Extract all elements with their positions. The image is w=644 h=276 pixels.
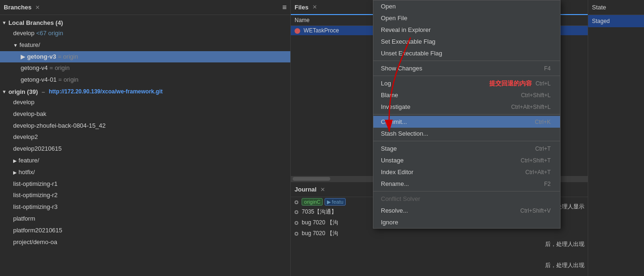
ctx-investigate[interactable]: Investigate Ctrl+Alt+Shift+L [373, 101, 560, 113]
branches-panel: Branches ✕ ≡ ▼ Local Branches (4) develo… [0, 0, 291, 276]
commit-dot-icon [295, 221, 298, 225]
ctx-index-editor-label: Index Editor [381, 169, 413, 176]
far-right-text-3: 后，处理人出现 [544, 261, 585, 270]
ctx-show-changes[interactable]: Show Changes F4 [373, 62, 560, 74]
ctx-set-exec-label: Set Executable Flag [381, 38, 435, 45]
branch-item-origin-develop2[interactable]: develop2 [0, 131, 290, 143]
branch-tree: ▼ Local Branches (4) develop <67 origin … [0, 15, 290, 276]
ctx-stash[interactable]: Stash Selection... [373, 128, 560, 139]
branch-item-develop[interactable]: develop <67 origin [0, 28, 290, 39]
getong-v3-label: getong-v3 [27, 53, 56, 60]
getong-v4-01-suffix: = origin [58, 76, 78, 83]
branch-item-getong-v3[interactable]: ▶ getong-v3 = origin [0, 51, 290, 63]
ctx-reveal-explorer[interactable]: Reveal in Explorer [373, 24, 560, 36]
ctx-commit[interactable]: Commit... Ctrl+K [373, 116, 560, 128]
ctx-blame-label: Blame [381, 92, 398, 99]
ctx-stash-label: Stash Selection... [381, 130, 428, 137]
branches-title: Branches [4, 4, 31, 11]
develop-suffix: <67 origin [36, 30, 63, 37]
ctx-stage-shortcut: Ctrl+T [535, 146, 551, 152]
ctx-open-file[interactable]: Open File [373, 12, 560, 24]
ctx-index-editor-shortcut: Ctrl+Alt+T [525, 169, 551, 176]
annotation-text: 提交回退的内容 [489, 79, 532, 88]
commit-dot-icon [295, 232, 298, 236]
branch-item-getong-v4[interactable]: getong-v4 = origin [0, 62, 290, 74]
journal-close-icon[interactable]: ✕ [320, 186, 325, 193]
getong-v4-suffix: = origin [49, 64, 69, 71]
ctx-index-editor[interactable]: Index Editor Ctrl+Alt+T [373, 166, 560, 178]
ctx-open[interactable]: Open [373, 0, 560, 12]
ctx-separator-2 [373, 76, 560, 76]
ctx-log[interactable]: Log 提交回退的内容 Ctrl+L [373, 77, 560, 89]
ctx-stage[interactable]: Stage Ctrl+T [373, 143, 560, 154]
branches-close-icon[interactable]: ✕ [35, 4, 40, 11]
branch-item-list-r1[interactable]: list-optimizing-r1 [0, 178, 290, 190]
ctx-rename[interactable]: Rename... F2 [373, 178, 560, 190]
origin-expand-icon: ▼ [2, 89, 7, 94]
branch-item-origin-develop-bak[interactable]: develop-bak [0, 108, 290, 120]
origin-branches-header[interactable]: ▼ origin (39) – http://172.20.90.139/xco… [0, 87, 290, 97]
ctx-unstage-label: Unstage [381, 157, 403, 164]
journal-title: Journal [295, 186, 317, 193]
branches-header: Branches ✕ ≡ [0, 0, 290, 15]
ctx-commit-label: Commit... [381, 118, 407, 125]
ctx-separator-4 [373, 141, 560, 141]
ctx-separator-5 [373, 191, 560, 192]
scroll-handle[interactable] [293, 177, 330, 181]
branch-item-getong-v4-01[interactable]: getong-v4-01 = origin [0, 74, 290, 86]
feature-expand-icon: ▼ [13, 42, 18, 49]
branch-item-feature-folder[interactable]: ▼ feature/ [0, 39, 290, 51]
files-close-icon[interactable]: ✕ [312, 4, 317, 10]
state-panel: State Staged [588, 0, 644, 276]
branch-item-origin-develop20210615[interactable]: develop20210615 [0, 143, 290, 155]
ctx-unstage[interactable]: Unstage Ctrl+Shift+T [373, 154, 560, 166]
branch-item-origin-develop-zhoufei[interactable]: develop-zhoufei-back-0804-15_42 [0, 120, 290, 132]
ctx-separator-3 [373, 114, 560, 115]
branch-item-origin-feature[interactable]: ▶ feature/ [0, 155, 290, 167]
ctx-unset-exec-label: Unset Executable Flag [381, 50, 442, 57]
ctx-unset-exec[interactable]: Unset Executable Flag [373, 47, 560, 59]
files-title: Files [295, 4, 309, 11]
state-value: Staged [588, 15, 644, 27]
local-branches-section: ▼ Local Branches (4) develop <67 origin … [0, 18, 290, 86]
ctx-blame-shortcut: Ctrl+Shift+L [521, 92, 551, 99]
origin-feature-icon: ▶ [13, 157, 17, 165]
branch-item-list-r2[interactable]: list-optimizing-r2 [0, 190, 290, 201]
ctx-set-exec[interactable]: Set Executable Flag [373, 36, 560, 47]
ctx-conflict-solver: Conflict Solver [373, 193, 560, 205]
state-header: State [588, 0, 644, 15]
branch-item-platform20210615[interactable]: platform20210615 [0, 225, 290, 237]
file-name: WETaskProce [303, 27, 339, 34]
ctx-rename-label: Rename... [381, 180, 409, 187]
ctx-ignore[interactable]: Ignore [373, 216, 560, 228]
ctx-investigate-shortcut: Ctrl+Alt+Shift+L [511, 104, 551, 110]
far-right-text-2: 后，处理人出现 [544, 239, 585, 249]
branch-item-list-r3[interactable]: list-optimizing-r3 [0, 201, 290, 213]
ctx-commit-shortcut: Ctrl+K [535, 119, 551, 125]
local-branches-header[interactable]: ▼ Local Branches (4) [0, 18, 290, 28]
local-branches-label: Local Branches (4) [8, 19, 63, 26]
ctx-blame[interactable]: Blame Ctrl+Shift+L [373, 89, 560, 101]
getong-v3-suffix: = origin [58, 53, 78, 60]
ctx-resolve-label: Resolve... [381, 207, 408, 214]
ctx-resolve[interactable]: Resolve... Ctrl+Shift+V [373, 205, 560, 216]
origin-label: origin (39) [8, 88, 38, 95]
hamburger-icon[interactable]: ≡ [282, 3, 287, 12]
ctx-stage-label: Stage [381, 145, 397, 152]
feature-badge: ▶ featu [325, 198, 346, 206]
branch-item-origin-develop[interactable]: develop [0, 97, 290, 108]
branch-item-project-demo-oa[interactable]: project/demo-oa [0, 237, 290, 248]
ctx-show-changes-shortcut: F4 [544, 65, 551, 72]
ctx-open-label: Open [381, 3, 396, 10]
ctx-open-file-label: Open File [381, 15, 407, 22]
branch-item-platform[interactable]: platform [0, 213, 290, 225]
origin-badge: originC [302, 198, 323, 206]
branch-item-origin-hotfix[interactable]: ▶ hotfix/ [0, 167, 290, 178]
state-label: State [592, 4, 606, 11]
ctx-log-shortcut: Ctrl+L [536, 80, 551, 87]
ctx-investigate-label: Investigate [381, 103, 410, 110]
context-menu: Open Open File Reveal in Explorer Set Ex… [373, 0, 561, 229]
ctx-ignore-label: Ignore [381, 219, 398, 226]
ctx-conflict-label: Conflict Solver [381, 195, 420, 202]
origin-url: http://172.20.90.139/xcoa/we-framework.g… [49, 88, 163, 95]
